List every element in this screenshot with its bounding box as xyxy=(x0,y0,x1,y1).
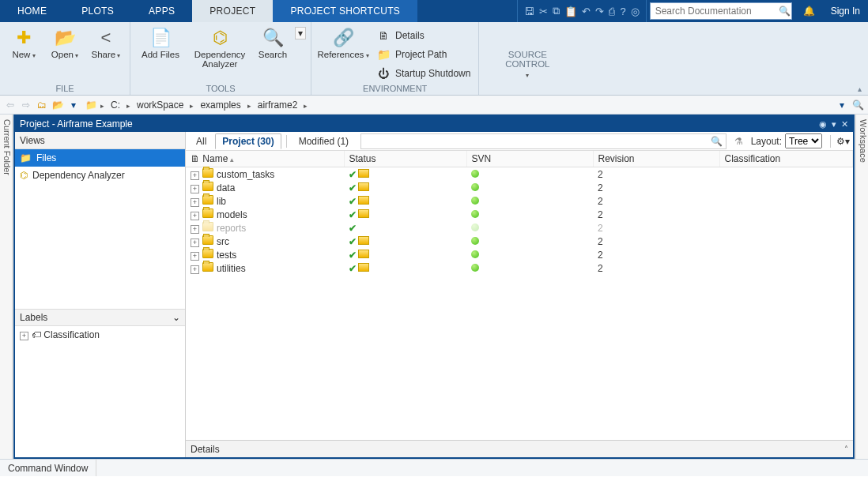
svn-clean-icon xyxy=(471,183,479,191)
filter-input[interactable] xyxy=(361,136,708,147)
search-documentation-input[interactable] xyxy=(651,4,779,18)
browse-icon[interactable]: 📂 xyxy=(51,98,65,112)
titlebar-right: 🖫 ✂ ⧉ 📋 ↶ ↷ ⎙ ? ◎ 🔍 🔔 Sign In xyxy=(517,0,868,22)
expand-icon[interactable]: + xyxy=(191,171,199,180)
chevron-down-icon: ⌄ xyxy=(172,312,185,323)
table-row[interactable]: +custom_tasks✔2 xyxy=(186,167,853,182)
expand-icon[interactable]: + xyxy=(191,238,199,247)
search-button[interactable]: 🔍Search xyxy=(254,24,292,60)
filter-all[interactable]: All xyxy=(189,133,213,149)
resources-icon[interactable]: ◎ xyxy=(631,6,640,17)
col-classification[interactable]: Classification xyxy=(719,151,853,167)
addr-search-icon[interactable]: 🔍 xyxy=(851,98,865,112)
table-row[interactable]: +tests✔2 xyxy=(186,248,853,261)
views-header: Views xyxy=(15,132,185,149)
breadcrumbs: 📁 C: workSpace examples airframe2 xyxy=(85,100,309,111)
table-row[interactable]: +models✔2 xyxy=(186,208,853,221)
paste-icon[interactable]: 📋 xyxy=(564,6,577,17)
tab-plots[interactable]: PLOTS xyxy=(64,0,131,22)
details-button[interactable]: 🗎Details xyxy=(373,27,474,44)
tab-project-shortcuts[interactable]: PROJECT SHORTCUTS xyxy=(273,0,417,22)
folder-icon xyxy=(358,182,369,191)
table-row[interactable]: +src✔2 xyxy=(186,235,853,248)
col-revision[interactable]: Revision xyxy=(593,151,719,167)
crumb-3[interactable]: airframe2 xyxy=(255,100,301,111)
group-file: ✚New 📂Open <Share FILE xyxy=(0,22,130,95)
panel-dock-icon[interactable]: ◉ xyxy=(819,119,827,130)
labels-header[interactable]: Labels⌄ xyxy=(15,309,185,326)
tab-apps[interactable]: APPS xyxy=(131,0,192,22)
addr-dropdown-icon[interactable]: ▾ xyxy=(835,98,849,112)
panel-menu-icon[interactable]: ▾ xyxy=(832,119,836,130)
folder-icon: 📁 xyxy=(376,48,391,61)
nav-fwd-icon[interactable]: ⇨ xyxy=(19,98,33,112)
ribbon: ✚New 📂Open <Share FILE 📄Add Files ⌬Depen… xyxy=(0,22,868,96)
history-icon[interactable]: ▾ xyxy=(66,98,81,112)
filter-modified[interactable]: Modified (1) xyxy=(292,133,356,149)
filter-bar: All Project (30) Modified (1) 🔍 ⚗ Layout… xyxy=(186,132,853,151)
project-path-button[interactable]: 📁Project Path xyxy=(373,46,474,63)
table-row[interactable]: +utilities✔2 xyxy=(186,261,853,275)
search-icon[interactable]: 🔍 xyxy=(708,136,726,147)
layout-select[interactable]: Tree xyxy=(785,133,822,148)
chevron-up-icon[interactable]: ˄ xyxy=(844,445,848,453)
file-table[interactable]: 🗎 Name Status SVN Revision Classificatio… xyxy=(186,151,853,440)
crumb-1[interactable]: workSpace xyxy=(134,100,187,111)
notifications-icon[interactable]: 🔔 xyxy=(795,0,823,22)
help-icon[interactable]: ? xyxy=(620,6,625,17)
table-row[interactable]: +reports✔2 xyxy=(186,221,853,235)
tab-project[interactable]: PROJECT xyxy=(192,0,273,22)
crumb-0[interactable]: C: xyxy=(108,100,123,111)
folder-icon xyxy=(202,195,213,205)
gear-icon[interactable]: ⚙▾ xyxy=(836,136,850,147)
tools-more-button[interactable]: ▾ xyxy=(295,27,306,39)
col-svn[interactable]: SVN xyxy=(466,151,593,167)
print-icon[interactable]: ⎙ xyxy=(609,6,615,17)
command-window-cell[interactable]: Command Window xyxy=(0,460,96,476)
folder-icon: 📁 xyxy=(20,152,32,163)
share-button[interactable]: <Share xyxy=(87,24,125,62)
references-button[interactable]: 🔗References xyxy=(316,24,370,62)
view-dependency-analyzer[interactable]: ⌬Dependency Analyzer xyxy=(15,167,185,184)
expand-icon[interactable]: + xyxy=(191,212,199,220)
tree-icon: ⌬ xyxy=(20,170,28,181)
signin-link[interactable]: Sign In xyxy=(823,0,868,22)
col-name[interactable]: 🗎 Name xyxy=(186,151,344,167)
undo-icon[interactable]: ↶ xyxy=(582,6,591,17)
col-status[interactable]: Status xyxy=(344,151,466,167)
expand-icon[interactable]: + xyxy=(191,198,199,207)
new-button[interactable]: ✚New xyxy=(5,24,43,62)
table-row[interactable]: +lib✔2 xyxy=(186,194,853,208)
copy-icon[interactable]: ⧉ xyxy=(553,5,560,17)
expand-icon[interactable]: + xyxy=(191,252,199,261)
expand-icon[interactable]: + xyxy=(191,185,199,193)
minimize-ribbon-icon[interactable]: ▴ xyxy=(858,85,862,93)
redo-icon[interactable]: ↷ xyxy=(595,6,604,17)
table-row[interactable]: +data✔2 xyxy=(186,181,853,194)
tab-home[interactable]: HOME xyxy=(0,0,64,22)
dependency-analyzer-button[interactable]: ⌬Dependency Analyzer xyxy=(189,24,251,69)
startup-shutdown-button[interactable]: ⏻Startup Shutdown xyxy=(373,65,474,82)
expand-icon[interactable]: + xyxy=(191,225,199,234)
folder-icon xyxy=(202,235,213,245)
nav-back-icon[interactable]: ⇦ xyxy=(3,98,17,112)
classification-label[interactable]: Classification xyxy=(43,329,100,340)
expand-icon[interactable]: + xyxy=(191,265,199,274)
save-icon[interactable]: 🖫 xyxy=(524,6,534,17)
current-folder-tab[interactable]: Current Folder xyxy=(0,115,13,459)
search-documentation[interactable]: 🔍 xyxy=(650,2,792,20)
funnel-icon[interactable]: ⚗ xyxy=(731,136,746,147)
details-strip[interactable]: Details˄ xyxy=(186,440,853,457)
cut-icon[interactable]: ✂ xyxy=(539,6,548,17)
view-files[interactable]: 📁Files xyxy=(15,149,185,167)
open-button[interactable]: 📂Open xyxy=(46,24,84,62)
filter-project[interactable]: Project (30) xyxy=(215,133,281,149)
source-control-menu[interactable]: SOURCE CONTROL▾ xyxy=(484,24,571,80)
crumb-2[interactable]: examples xyxy=(197,100,243,111)
up-folder-icon[interactable]: 🗂 xyxy=(35,98,49,112)
search-icon[interactable]: 🔍 xyxy=(779,6,791,17)
workspace-tab[interactable]: Workspace xyxy=(855,115,868,459)
add-files-button[interactable]: 📄Add Files xyxy=(135,24,186,60)
expand-icon[interactable]: + xyxy=(20,332,28,340)
panel-close-icon[interactable]: ✕ xyxy=(841,119,848,130)
